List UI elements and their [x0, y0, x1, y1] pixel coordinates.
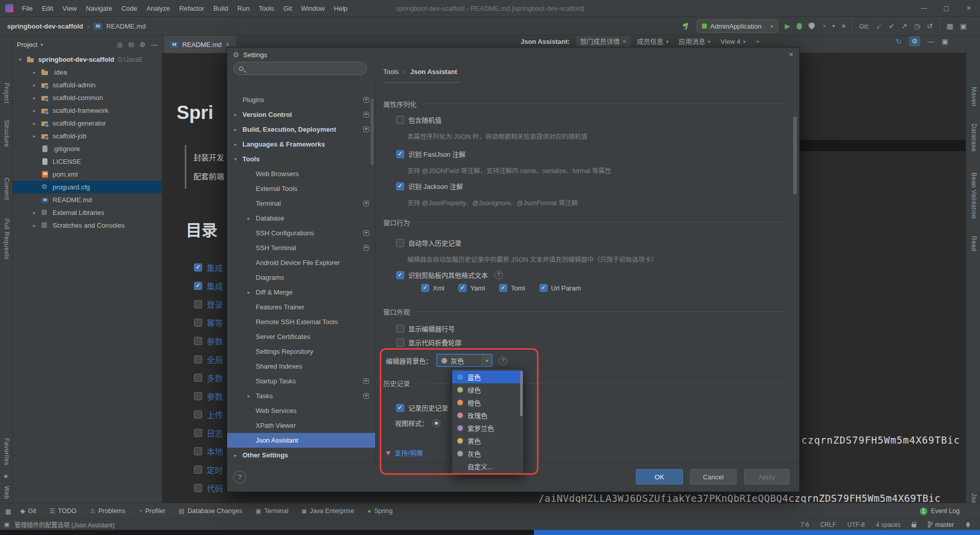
close-tab-icon[interactable]: ✕ — [622, 36, 626, 47]
checkbox-icon[interactable] — [421, 284, 429, 292]
stripe-read[interactable]: Read — [970, 236, 977, 252]
tool-window-button[interactable]: ▣ Terminal — [255, 507, 288, 515]
tree-arrow-icon[interactable]: ▾ — [19, 57, 27, 62]
settings-tree-item[interactable]: Startup Tasks — [227, 374, 375, 388]
menu-item[interactable]: File — [17, 0, 37, 17]
checkbox-clipboard[interactable] — [396, 271, 404, 279]
settings-gear-icon[interactable]: ⚙ — [139, 41, 145, 48]
tool-window-button[interactable]: ◼ Java Enterprise — [302, 507, 354, 515]
menu-item[interactable]: Help — [329, 0, 352, 17]
checkbox-jackson[interactable] — [396, 182, 404, 190]
checkbox-icon[interactable] — [194, 447, 202, 455]
settings-tree-item[interactable]: XPath Viewer — [227, 418, 375, 433]
help-icon[interactable]: ? — [494, 271, 503, 279]
indent-setting[interactable]: 4 spaces — [876, 521, 900, 528]
coverage-button[interactable] — [808, 22, 815, 30]
lock-icon[interactable] — [912, 524, 916, 527]
project-tree-item[interactable]: ▸ scaffold-common — [13, 91, 162, 104]
checkbox-fastjson[interactable] — [396, 150, 404, 158]
scrollbar-thumb[interactable] — [371, 99, 374, 165]
menu-item[interactable]: Git — [279, 0, 297, 17]
settings-tree-item[interactable]: ▸ Version Control — [227, 107, 375, 122]
settings-tree-item[interactable]: Json Assistant — [227, 433, 375, 448]
tree-arrow-icon[interactable]: ▸ — [33, 82, 41, 88]
run-button[interactable]: ▶ — [785, 22, 791, 30]
tree-arrow-icon[interactable]: ▸ — [33, 108, 41, 113]
scrollbar-thumb[interactable] — [520, 371, 523, 416]
dropdown-option[interactable]: 蓝色 — [452, 371, 523, 383]
tree-arrow-icon[interactable]: ▸ — [33, 69, 41, 75]
settings-tree-item[interactable]: ▸ Languages & Frameworks — [227, 137, 375, 152]
stop-button[interactable]: ■ — [842, 23, 845, 29]
tool-window-button[interactable]: ▤ Database Changes — [179, 507, 242, 515]
tool-window-button[interactable]: ☰ TODO — [50, 507, 77, 515]
checkbox-auto-import[interactable] — [396, 239, 404, 247]
dropdown-option[interactable]: 绿色 — [452, 383, 523, 396]
close-button[interactable]: ✕ — [958, 0, 980, 17]
toc-link[interactable]: 集成 — [207, 261, 223, 274]
status-panel-icon[interactable]: ▣ — [4, 521, 9, 528]
settings-tree-item[interactable]: External Tools — [227, 181, 375, 196]
settings-tree-item[interactable]: ▸ Tasks — [227, 388, 375, 403]
run-config-select[interactable]: AdminApplication ▾ — [697, 19, 778, 33]
donate-link[interactable]: 支持/捐赠 — [395, 448, 423, 457]
tree-arrow-icon[interactable]: ▸ — [234, 141, 242, 147]
settings-search[interactable] — [233, 62, 367, 75]
json-tool-tab[interactable]: 成员信息 ✕ ▾ — [633, 36, 673, 47]
radio-button[interactable] — [432, 419, 440, 427]
project-tree-item[interactable]: ▸ External Libraries — [13, 206, 162, 219]
tool-window-button[interactable]: ⚠ Problems — [90, 507, 126, 515]
tool-window-button[interactable]: ● Spring — [368, 507, 393, 515]
locate-file-icon[interactable]: ◎ — [117, 41, 122, 48]
build-hammer-icon[interactable] — [682, 22, 690, 30]
file-encoding[interactable]: UTF-8 — [847, 521, 865, 528]
checkbox-icon[interactable] — [194, 374, 202, 382]
git-branch-indicator[interactable]: master — [927, 521, 954, 528]
tree-arrow-icon[interactable]: ▸ — [33, 210, 41, 215]
toc-link[interactable]: 日志 — [207, 427, 223, 439]
project-tree-item[interactable]: ▸ Scratches and Consoles — [13, 219, 162, 232]
apply-button[interactable]: Apply — [744, 469, 790, 484]
toc-link[interactable]: 上传 — [207, 408, 223, 421]
dropdown-option[interactable]: 灰色 — [452, 447, 523, 460]
scrollbar-thumb[interactable] — [793, 116, 797, 194]
chevron-down-icon[interactable]: ▾ — [482, 355, 492, 366]
tool-window-switcher-icon[interactable]: ▦ — [5, 507, 11, 515]
toc-link[interactable]: 登录 — [207, 298, 223, 310]
menu-item[interactable]: Analyze — [142, 0, 175, 17]
settings-tree-item[interactable]: Settings Repository — [227, 344, 375, 359]
stripe-maven[interactable]: Maven — [970, 87, 977, 107]
toc-link[interactable]: 参数 — [207, 335, 223, 347]
stripe-structure[interactable]: Structure — [3, 120, 10, 147]
settings-tree-item[interactable]: SSH Configurations — [227, 226, 375, 240]
stripe-database[interactable]: Database — [970, 124, 977, 152]
menu-item[interactable]: Window — [297, 0, 329, 17]
minimize-button[interactable]: — — [913, 0, 935, 17]
dialog-help-button[interactable]: ? — [233, 471, 246, 483]
checkbox-icon[interactable] — [194, 319, 202, 327]
json-tool-tab[interactable]: View 4 ✕ ▾ — [717, 36, 750, 47]
tree-arrow-icon[interactable]: ▸ — [33, 133, 41, 139]
history-button[interactable]: ◷ — [914, 22, 920, 30]
project-tree-item[interactable]: proguard.cfg — [13, 181, 162, 193]
stripe-favorites[interactable]: Favorites — [3, 438, 10, 466]
checkbox-line-numbers[interactable] — [396, 325, 404, 333]
project-tree-item[interactable]: ▸ .idea — [13, 66, 162, 79]
project-tree-item[interactable]: .gitignore — [13, 142, 162, 155]
tree-arrow-icon[interactable]: ▸ — [234, 112, 242, 117]
settings-tree-item[interactable]: Remote SSH External Tools — [227, 314, 375, 329]
dropdown-option[interactable]: 橙色 — [452, 396, 523, 409]
project-tree-item[interactable]: LICENSE — [13, 155, 162, 168]
debug-button[interactable] — [797, 23, 802, 30]
checkbox-record-history[interactable] — [396, 404, 404, 412]
notification-bell-icon[interactable] — [965, 522, 971, 528]
project-root-row[interactable]: ▾ springboot-dev-scaffold D:\JavaE — [13, 53, 162, 66]
run-more-caret-icon[interactable]: ▾ — [832, 23, 835, 29]
menu-item[interactable]: Code — [117, 0, 142, 17]
menu-item[interactable]: Run — [233, 0, 254, 17]
toc-link[interactable]: 代码 — [207, 482, 223, 494]
menu-item[interactable]: View — [58, 0, 81, 17]
tool-window-button[interactable]: ◆ Git — [20, 507, 36, 515]
rollback-button[interactable]: ↺ — [927, 22, 933, 30]
checkbox-icon[interactable] — [540, 284, 548, 292]
